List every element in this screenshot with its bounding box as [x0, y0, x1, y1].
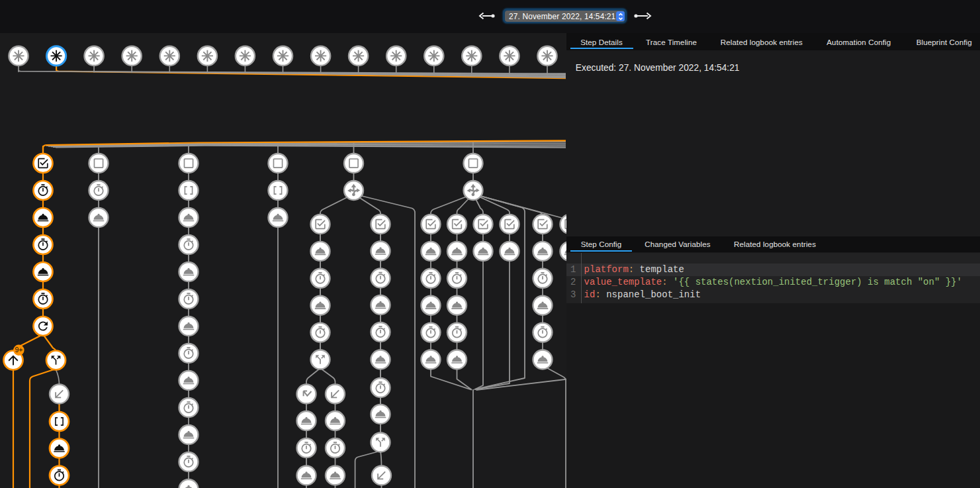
svg-text:9+: 9+ — [15, 346, 22, 354]
